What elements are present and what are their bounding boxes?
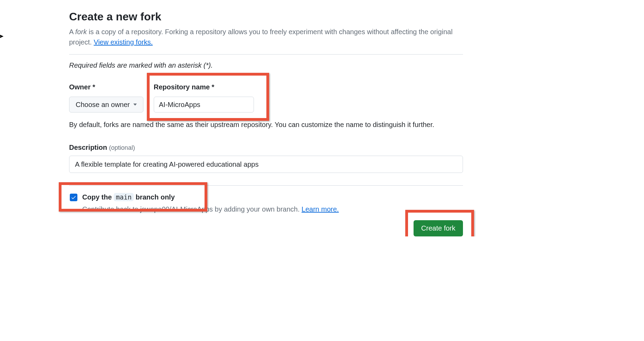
repo-name-help: By default, forks are named the same as … [69,119,463,130]
required-fields-note: Required fields are marked with an aster… [69,61,463,69]
page-title: Create a new fork [69,10,463,23]
owner-field-group: Owner * Choose an owner [69,83,143,113]
repo-name-input[interactable] [154,97,254,113]
copy-branch-highlight: Copy the main branch only [69,191,176,205]
form-actions: Create fork [69,220,463,236]
intro-prefix: A [69,28,75,36]
owner-dropdown-text: Choose an owner [76,101,130,109]
copy-branch-label: Copy the main branch only [82,193,175,201]
copy-branch-help: Contribute back to jswope00/AI-MicroApps… [82,205,463,213]
description-field-group: Description (optional) [69,144,463,180]
fork-form-container: Create a new fork A fork is a copy of a … [69,10,463,236]
copy-branch-prefix: Copy the [82,193,114,201]
description-label-row: Description (optional) [69,144,463,152]
create-fork-highlight: Create fork [414,220,463,236]
copy-branch-suffix: branch only [134,193,175,201]
create-fork-button[interactable]: Create fork [414,220,463,236]
branch-tag: main [114,193,134,201]
view-existing-forks-link[interactable]: View existing forks. [94,38,153,46]
copy-branch-checkbox[interactable] [70,194,77,201]
check-icon [71,195,76,200]
divider [69,54,463,55]
owner-label: Owner * [69,83,143,91]
description-input[interactable] [69,156,463,173]
owner-dropdown[interactable]: Choose an owner [69,97,143,113]
copy-branch-help-text: Contribute back to jswope00/AI-MicroApps… [82,205,302,213]
divider-2 [69,185,463,186]
intro-em: fork [75,28,87,36]
description-optional: (optional) [109,144,135,151]
owner-repo-row: Owner * Choose an owner Repository name … [69,83,463,113]
repo-name-field-group: Repository name * [154,83,254,113]
description-label: Description [69,144,107,151]
learn-more-link[interactable]: Learn more. [302,205,339,213]
intro-text: A fork is a copy of a repository. Forkin… [69,27,463,47]
copy-branch-row[interactable]: Copy the main branch only [69,191,176,203]
repo-name-label: Repository name * [154,83,254,91]
caret-down-icon [133,104,137,106]
cursor-icon: ➤ [0,32,4,40]
